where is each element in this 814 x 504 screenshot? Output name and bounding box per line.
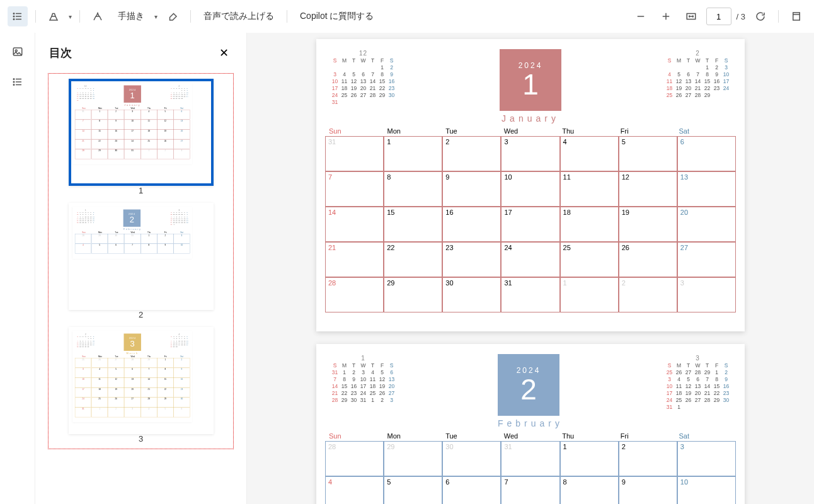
calendar-cell[interactable]: 10 (124, 120, 140, 130)
calendar-cell[interactable]: 14 (74, 129, 91, 139)
calendar-cell[interactable]: 3 (677, 277, 736, 312)
calendar-cell[interactable]: 13 (677, 171, 736, 207)
calendar-cell[interactable]: 13 (173, 120, 190, 130)
calendar-cell[interactable]: 27 (677, 242, 736, 277)
calendar-cell[interactable]: 19 (157, 129, 173, 139)
calendar-cell[interactable]: 3 (124, 408, 140, 418)
calendar-cell[interactable]: 29 (91, 149, 107, 159)
calendar-cell[interactable]: 9 (619, 476, 677, 504)
calendar-cell[interactable]: 2 (619, 277, 677, 312)
calendar-cell[interactable]: 22 (157, 387, 173, 398)
calendar-cell[interactable]: 20 (173, 129, 190, 139)
calendar-cell[interactable]: 2 (108, 408, 124, 418)
calendar-cell[interactable]: 2 (619, 441, 677, 476)
calendar-cell[interactable]: 11 (560, 171, 619, 207)
calendar-cell[interactable]: 20 (124, 387, 140, 398)
calendar-cell[interactable]: 18 (91, 387, 107, 398)
calendar-cell[interactable]: 21 (325, 242, 384, 277)
handwrite-label[interactable]: 手描き (113, 8, 149, 25)
calendar-cell[interactable]: 29 (384, 277, 442, 312)
read-aloud-button[interactable]: 音声で読み上げる (198, 8, 279, 25)
calendar-cell[interactable]: 25 (140, 139, 157, 149)
thumbnail-page-1[interactable]: 12SMTWTFS1234567891011121314151617181920… (69, 79, 214, 186)
calendar-cell[interactable]: 26 (108, 398, 124, 408)
erase-button[interactable] (163, 6, 183, 26)
calendar-cell[interactable]: 6 (124, 368, 140, 378)
page-viewport[interactable]: 12SMTWTFS1234567891011121314151617181920… (247, 33, 814, 504)
calendar-cell[interactable]: 8 (140, 244, 157, 254)
calendar-cell[interactable]: 23 (442, 242, 501, 277)
calendar-cell[interactable]: 4 (140, 110, 157, 120)
calendar-cell[interactable]: 8 (157, 368, 173, 378)
calendar-cell[interactable]: 1 (140, 234, 157, 244)
calendar-cell[interactable]: 10 (501, 171, 559, 207)
calendar-cell[interactable]: 17 (501, 207, 559, 242)
fit-width-button[interactable] (681, 6, 701, 26)
calendar-cell[interactable]: 31 (124, 149, 140, 159)
calendar-cell[interactable]: 1 (91, 408, 107, 418)
draw-button[interactable] (88, 6, 108, 26)
calendar-cell[interactable]: 1 (157, 358, 173, 368)
rotate-button[interactable] (750, 6, 771, 26)
calendar-cell[interactable]: 8 (384, 171, 442, 207)
calendar-cell[interactable]: 20 (677, 207, 736, 242)
calendar-cell[interactable]: 30 (108, 149, 124, 159)
page-number-input[interactable] (706, 8, 731, 25)
calendar-cell[interactable]: 3 (677, 441, 736, 476)
calendar-cell[interactable]: 23 (108, 139, 124, 149)
calendar-cell[interactable]: 3 (173, 149, 190, 159)
calendar-cell[interactable]: 28 (325, 441, 384, 476)
calendar-cell[interactable]: 26 (619, 242, 677, 277)
calendar-cell[interactable]: 31 (74, 110, 91, 120)
calendar-cell[interactable]: 9 (173, 368, 190, 378)
calendar-cell[interactable]: 21 (74, 139, 91, 149)
calendar-cell[interactable]: 19 (108, 387, 124, 398)
calendar-cell[interactable]: 1 (384, 136, 442, 171)
calendar-cell[interactable]: 21 (140, 387, 157, 398)
calendar-cell[interactable]: 7 (140, 368, 157, 378)
calendar-cell[interactable]: 6 (442, 476, 501, 504)
calendar-cell[interactable]: 2 (173, 358, 190, 368)
calendar-cell[interactable]: 31 (325, 136, 384, 171)
calendar-cell[interactable]: 1 (560, 441, 619, 476)
calendar-cell[interactable]: 18 (140, 129, 157, 139)
calendar-cell[interactable]: 11 (91, 377, 107, 387)
calendar-cell[interactable]: 12 (619, 171, 677, 207)
calendar-cell[interactable]: 3 (501, 136, 559, 171)
calendar-cell[interactable]: 13 (124, 377, 140, 387)
calendar-cell[interactable]: 30 (108, 234, 124, 244)
calendar-cell[interactable]: 8 (91, 120, 107, 130)
calendar-cell[interactable]: 30 (442, 441, 501, 476)
calendar-cell[interactable]: 14 (325, 207, 384, 242)
thumbnail-page-2[interactable]: 1SMTWTFS31123456789101112131415161718192… (69, 203, 214, 310)
calendar-cell[interactable]: 27 (124, 398, 140, 408)
calendar-cell[interactable]: 2 (108, 110, 124, 120)
calendar-cell[interactable]: 6 (173, 408, 190, 418)
calendar-cell[interactable]: 3 (74, 368, 91, 378)
calendar-cell[interactable]: 16 (108, 129, 124, 139)
calendar-cell[interactable]: 2 (157, 149, 173, 159)
calendar-cell[interactable]: 16 (173, 377, 190, 387)
thumbnail-page-3[interactable]: 2SMTWTFS12345678910111213141516171819202… (69, 327, 214, 434)
calendar-cell[interactable]: 22 (91, 139, 107, 149)
calendar-cell[interactable]: 9 (157, 244, 173, 254)
calendar-cell[interactable]: 4 (560, 136, 619, 171)
calendar-cell[interactable]: 4 (74, 244, 91, 254)
calendar-cell[interactable]: 28 (124, 358, 140, 368)
highlighter-button[interactable] (43, 6, 64, 26)
calendar-cell[interactable]: 27 (108, 358, 124, 368)
calendar-cell[interactable]: 5 (157, 110, 173, 120)
calendar-cell[interactable]: 10 (173, 244, 190, 254)
calendar-cell[interactable]: 14 (140, 377, 157, 387)
calendar-cell[interactable]: 7 (325, 171, 384, 207)
calendar-cell[interactable]: 17 (124, 129, 140, 139)
calendar-cell[interactable]: 30 (173, 398, 190, 408)
calendar-cell[interactable]: 15 (157, 377, 173, 387)
calendar-cell[interactable]: 8 (560, 476, 619, 504)
copilot-button[interactable]: Copilot に質問する (295, 8, 379, 25)
calendar-cell[interactable]: 7 (501, 476, 559, 504)
calendar-cell[interactable]: 16 (442, 207, 501, 242)
rail-image-button[interactable] (5, 39, 30, 64)
calendar-cell[interactable]: 2 (157, 234, 173, 244)
rail-toc-button[interactable] (5, 69, 30, 94)
